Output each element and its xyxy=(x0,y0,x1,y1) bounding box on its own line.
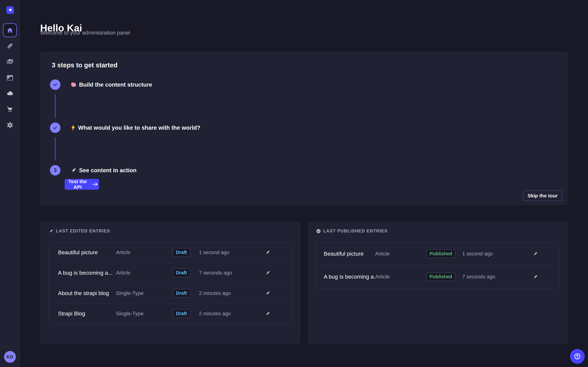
step-2-label-row: What would you like to share with the wo… xyxy=(70,123,200,133)
entry-name: A bug is becoming a... xyxy=(49,270,116,276)
sidebar-item-content-type-builder[interactable] xyxy=(0,72,20,83)
status-badge: Published xyxy=(426,272,456,281)
sidebar-item-home[interactable] xyxy=(3,23,17,37)
entry-time: 2 minutes ago xyxy=(199,311,264,317)
step-connector-2 xyxy=(55,137,56,160)
edit-entry-button[interactable] xyxy=(532,250,539,257)
last-published-panel: LAST PUBLISHED ENTRIES Beautiful picture… xyxy=(308,222,568,344)
gear-icon xyxy=(7,122,13,129)
status-badge: Draft xyxy=(173,289,190,298)
arrow-right-icon xyxy=(92,182,98,186)
layout-icon xyxy=(7,74,13,81)
last-edited-title: LAST EDITED ENTRIES xyxy=(56,228,110,234)
entry-name: About the strapi blog xyxy=(49,290,116,296)
last-published-header: LAST PUBLISHED ENTRIES xyxy=(316,228,388,234)
entry-time: 7 seconds ago xyxy=(199,270,264,276)
page-subtitle: Welcome to your administration panel xyxy=(40,30,130,36)
last-edited-table: Beautiful picture Article Draft 1 second… xyxy=(49,242,292,324)
media-library-icon xyxy=(7,58,13,65)
cart-icon xyxy=(7,106,13,113)
entry-time: 2 minutes ago xyxy=(199,290,264,296)
sidebar-item-marketplace[interactable] xyxy=(0,104,20,115)
edit-entry-button[interactable] xyxy=(532,273,539,280)
sidebar-divider-bottom xyxy=(0,347,20,347)
entry-type: Article xyxy=(375,274,426,280)
last-edited-header: LAST EDITED ENTRIES xyxy=(49,228,110,234)
table-row[interactable]: Beautiful picture Article Draft 1 second… xyxy=(49,242,291,263)
last-published-title: LAST PUBLISHED ENTRIES xyxy=(323,228,388,234)
table-row[interactable]: About the strapi blog Single-Type Draft … xyxy=(49,283,291,304)
sidebar-item-media-library[interactable] xyxy=(0,56,20,67)
test-api-label: Test the API xyxy=(66,179,89,190)
step-3-number: 3 xyxy=(54,167,57,173)
edit-entry-button[interactable] xyxy=(264,249,271,256)
onboarding-card: 3 steps to get started Build the content… xyxy=(40,51,568,205)
entry-name: Strapi Blog xyxy=(49,310,116,317)
status-badge: Draft xyxy=(173,248,190,257)
test-api-button[interactable]: Test the API xyxy=(65,179,99,190)
check-circle-icon xyxy=(316,229,321,234)
entry-name: Beautiful picture xyxy=(49,249,116,256)
step-2-marker xyxy=(50,123,61,133)
entry-type: Article xyxy=(116,270,173,276)
strapi-logo[interactable] xyxy=(6,6,14,14)
status-badge: Published xyxy=(426,249,456,258)
table-row[interactable]: Beautiful picture Article Published 1 se… xyxy=(316,242,559,265)
step-1-marker xyxy=(50,79,61,90)
table-row[interactable]: Strapi Blog Single-Type Draft 2 minutes … xyxy=(49,304,291,324)
pencil-icon xyxy=(49,229,53,234)
entry-type: Single-Type xyxy=(116,290,173,296)
strapi-logo-icon xyxy=(8,8,13,13)
step-connector-1 xyxy=(55,94,56,118)
sidebar-item-content-manager[interactable] xyxy=(0,40,20,52)
table-row[interactable]: A bug is becoming a... Article Published… xyxy=(316,265,559,288)
cloud-icon xyxy=(6,90,14,97)
entries-panels: LAST EDITED ENTRIES Beautiful picture Ar… xyxy=(40,222,568,344)
entry-name: A bug is becoming a... xyxy=(316,274,375,280)
entry-time: 1 second ago xyxy=(199,250,264,255)
status-badge: Draft xyxy=(173,268,190,277)
brain-emoji-icon xyxy=(70,82,77,88)
sidebar-item-settings[interactable] xyxy=(0,119,20,131)
step-3-marker: 3 xyxy=(50,165,61,175)
sidebar-item-deploy[interactable] xyxy=(0,88,20,99)
check-icon xyxy=(52,125,58,131)
step-2-label: What would you like to share with the wo… xyxy=(78,125,200,131)
entry-type: Article xyxy=(116,249,173,255)
table-row[interactable]: A bug is becoming a... Article Draft 7 s… xyxy=(49,263,291,283)
lightning-emoji-icon xyxy=(70,125,76,131)
onboarding-title: 3 steps to get started xyxy=(52,61,117,69)
edit-entry-button[interactable] xyxy=(264,290,271,297)
rocket-emoji-icon xyxy=(70,167,77,173)
home-icon xyxy=(6,27,14,34)
last-edited-panel: LAST EDITED ENTRIES Beautiful picture Ar… xyxy=(40,222,301,344)
step-1-label: Build the content structure xyxy=(79,81,152,88)
feather-icon xyxy=(7,42,13,50)
check-icon xyxy=(52,82,58,87)
step-3-label-row: See content in action xyxy=(70,165,137,175)
step-1-label-row: Build the content structure xyxy=(70,79,152,90)
help-button[interactable] xyxy=(570,349,585,364)
sidebar: KD xyxy=(0,0,20,367)
step-3-label: See content in action xyxy=(79,167,137,174)
entry-time: 7 seconds ago xyxy=(462,274,532,280)
skip-tour-label: Skip the tour xyxy=(527,193,557,199)
user-initials: KD xyxy=(7,354,13,359)
skip-tour-button[interactable]: Skip the tour xyxy=(523,190,562,201)
entry-type: Single-Type xyxy=(116,310,173,317)
sidebar-divider-top xyxy=(0,20,20,20)
user-avatar[interactable]: KD xyxy=(4,351,16,363)
question-circle-icon xyxy=(573,352,582,361)
edit-entry-button[interactable] xyxy=(264,310,271,317)
entry-type: Article xyxy=(375,251,426,257)
edit-entry-button[interactable] xyxy=(264,269,271,276)
last-published-table: Beautiful picture Article Published 1 se… xyxy=(316,242,559,288)
status-badge: Draft xyxy=(173,309,190,318)
entry-time: 1 second ago xyxy=(462,251,532,257)
entry-name: Beautiful picture xyxy=(316,250,375,257)
